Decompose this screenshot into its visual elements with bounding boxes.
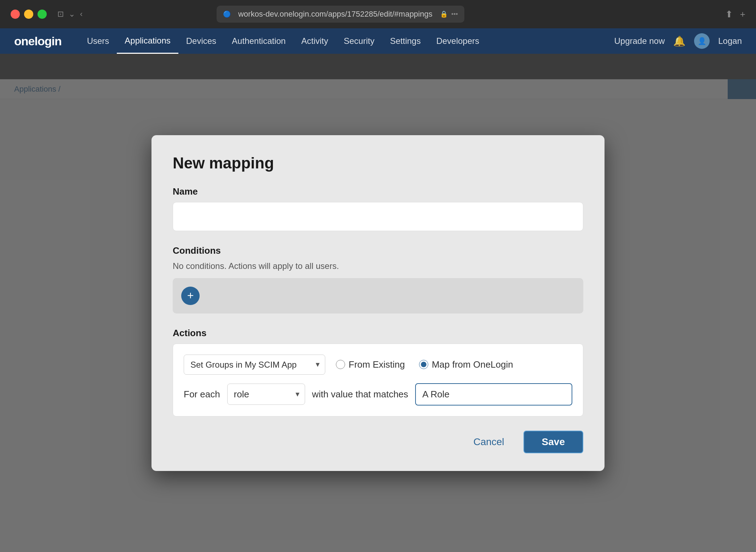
- cancel-button[interactable]: Cancel: [465, 431, 512, 453]
- more-icon[interactable]: •••: [451, 11, 458, 18]
- title-bar: ⊡ ⌄ ‹ 🔵 workos-dev.onelogin.com/apps/175…: [0, 0, 756, 28]
- nav-item-settings[interactable]: Settings: [382, 28, 429, 54]
- radio-group: From Existing Map from OneLogin: [336, 359, 513, 370]
- radio-map-from-onelogin[interactable]: [419, 360, 428, 369]
- radio-map-from-label[interactable]: Map from OneLogin: [419, 359, 513, 370]
- logo[interactable]: onelogin: [14, 34, 62, 48]
- modal-backdrop: New mapping Name Conditions No condition…: [0, 54, 756, 552]
- radio-from-existing[interactable]: [336, 360, 345, 369]
- modal-footer: Cancel Save: [173, 431, 583, 453]
- title-bar-right: ⬆ +: [725, 9, 745, 20]
- role-select-wrapper: role ▾: [227, 384, 305, 405]
- actions-label: Actions: [173, 328, 583, 339]
- new-tab-icon[interactable]: +: [740, 9, 745, 20]
- with-value-label: with value that matches: [312, 389, 408, 400]
- nav-item-activity[interactable]: Activity: [293, 28, 336, 54]
- nav-item-devices[interactable]: Devices: [178, 28, 224, 54]
- conditions-label: Conditions: [173, 245, 583, 256]
- upgrade-button[interactable]: Upgrade now: [614, 36, 665, 46]
- actions-row-1: Set Groups in My SCIM App ▾ From Existin…: [184, 355, 572, 375]
- share-icon[interactable]: ⬆: [725, 9, 733, 20]
- lock-icon: 🔒: [440, 10, 448, 18]
- maximize-button[interactable]: [38, 10, 47, 19]
- nav-item-users[interactable]: Users: [79, 28, 117, 54]
- nav-item-developers[interactable]: Developers: [429, 28, 487, 54]
- plus-icon: +: [187, 289, 194, 302]
- radio-from-existing-label[interactable]: From Existing: [336, 359, 405, 370]
- url-display: workos-dev.onelogin.com/apps/1752285/edi…: [234, 10, 436, 19]
- actions-section: Actions Set Groups in My SCIM App ▾ From…: [173, 328, 583, 416]
- logo-text: onelogin: [14, 34, 62, 48]
- name-field: [173, 202, 583, 231]
- nav-bar: onelogin Users Applications Devices Auth…: [0, 28, 756, 54]
- actions-box: Set Groups in My SCIM App ▾ From Existin…: [173, 344, 583, 416]
- actions-row-2: For each role ▾ with value that matches: [184, 383, 572, 406]
- user-name: Logan: [718, 36, 742, 46]
- conditions-description: No conditions. Actions will apply to all…: [173, 261, 583, 271]
- back-icon[interactable]: ‹: [80, 10, 82, 19]
- avatar[interactable]: 👤: [694, 33, 710, 49]
- tab-favicon: 🔵: [223, 10, 231, 18]
- nav-item-applications[interactable]: Applications: [117, 28, 178, 54]
- close-button[interactable]: [11, 10, 20, 19]
- nav-item-security[interactable]: Security: [336, 28, 382, 54]
- minimize-button[interactable]: [24, 10, 33, 19]
- title-bar-icons: ⊡ ⌄ ‹: [57, 10, 82, 19]
- for-each-label: For each: [184, 389, 220, 400]
- avatar-icon: 👤: [698, 37, 706, 45]
- radio-map-from-text: Map from OneLogin: [432, 359, 513, 370]
- radio-from-existing-text: From Existing: [349, 359, 405, 370]
- bell-icon[interactable]: 🔔: [673, 35, 686, 47]
- action-select-wrapper: Set Groups in My SCIM App ▾: [184, 355, 325, 375]
- value-input[interactable]: [415, 383, 572, 406]
- save-button[interactable]: Save: [523, 431, 583, 453]
- nav-item-authentication[interactable]: Authentication: [224, 28, 293, 54]
- sidebar-toggle-icon[interactable]: ⊡: [57, 10, 64, 19]
- name-input[interactable]: [180, 207, 576, 226]
- conditions-section: Conditions No conditions. Actions will a…: [173, 245, 583, 314]
- name-label: Name: [173, 186, 583, 197]
- chevron-down-icon[interactable]: ⌄: [69, 10, 75, 19]
- action-select[interactable]: Set Groups in My SCIM App: [184, 355, 325, 375]
- traffic-lights: [11, 10, 47, 19]
- modal-title: New mapping: [173, 154, 583, 172]
- modal: New mapping Name Conditions No condition…: [151, 135, 605, 471]
- role-select[interactable]: role: [227, 384, 305, 405]
- add-condition-button[interactable]: +: [181, 287, 200, 305]
- conditions-box: +: [173, 278, 583, 314]
- nav-right: Upgrade now 🔔 👤 Logan: [614, 33, 742, 49]
- address-bar[interactable]: 🔵 workos-dev.onelogin.com/apps/1752285/e…: [217, 6, 464, 23]
